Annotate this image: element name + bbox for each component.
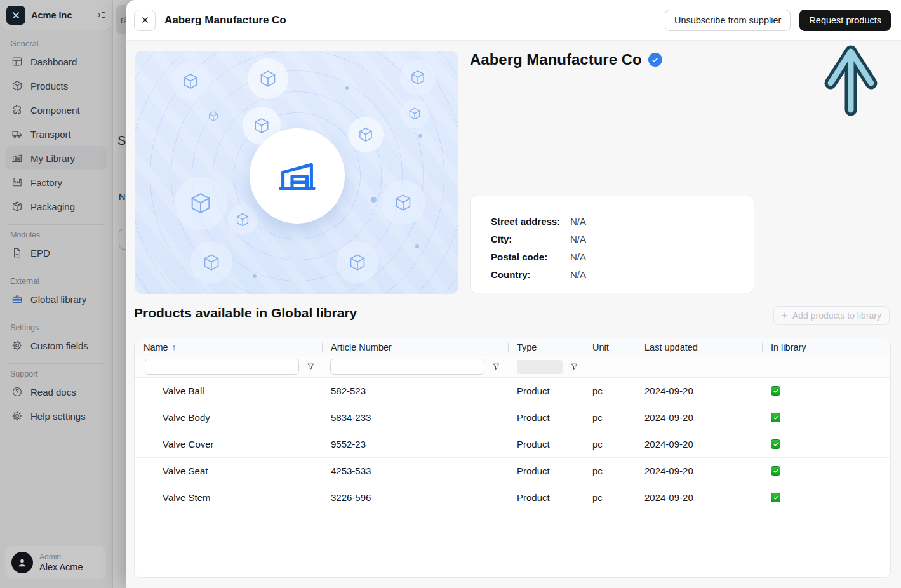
table-filter-row [135,356,890,378]
table-row[interactable]: Valve Ball 582-523 Product pc 2024-09-20 [135,378,890,404]
cell-unit: pc [584,385,636,396]
address-row: City: N/A [491,231,741,248]
column-label: Name [143,342,168,352]
cell-in-library [762,413,890,422]
cell-type: Product [508,412,584,423]
add-products-label: Add products to library [792,311,881,321]
close-button[interactable] [134,10,156,31]
address-value: N/A [570,248,586,266]
address-value: N/A [570,266,586,284]
cell-unit: pc [584,439,636,450]
modal-title: Aaberg Manufacture Co [164,14,656,27]
in-library-check-icon [771,439,780,449]
cell-in-library [762,439,890,449]
cell-type: Product [508,465,584,476]
funnel-icon [570,362,579,371]
column-header-unit[interactable]: Unit [584,342,636,352]
cell-name: Valve Ball [135,385,322,396]
cell-type: Product [508,492,584,503]
cell-name: Valve Seat [135,465,322,476]
cell-name: Valve Stem [135,492,322,503]
cell-unit: pc [584,465,636,476]
supplier-modal: Aaberg Manufacture Co Unsubscribe from s… [126,0,901,588]
column-label: Unit [592,342,609,352]
cube-icon [208,110,219,122]
modal-header: Aaberg Manufacture Co Unsubscribe from s… [126,0,901,41]
cell-name: Valve Body [135,412,322,423]
address-label: Country: [491,266,570,284]
table-row[interactable]: Valve Seat 4253-533 Product pc 2024-09-2… [135,458,890,484]
products-table: Name ↑ Article Number Type Unit Last upd… [134,338,891,578]
type-filter-button[interactable] [570,362,579,371]
column-header-name[interactable]: Name ↑ [135,342,322,352]
cube-icon [227,204,258,235]
in-library-check-icon [771,466,780,476]
products-section-heading: Products available in Global library [134,305,357,321]
article-filter-button[interactable] [491,362,501,371]
request-products-button[interactable]: Request products [799,10,891,31]
column-header-type[interactable]: Type [508,342,584,352]
name-filter-button[interactable] [306,362,316,371]
cell-unit: pc [584,492,636,503]
type-filter-select[interactable] [517,360,563,374]
column-header-in-library[interactable]: In library [762,342,890,352]
cube-icon [174,177,227,230]
name-filter-input[interactable] [145,359,299,375]
cell-in-library [762,493,890,502]
warehouse-icon [277,156,317,196]
cell-article: 9552-23 [322,439,508,450]
cell-updated: 2024-09-20 [636,492,762,503]
address-row: Country: N/A [491,266,741,284]
pointer-arrow-annotation [822,35,879,120]
address-row: Street address: N/A [491,213,741,231]
column-label: In library [771,342,806,352]
cube-icon [248,58,288,99]
address-card: Street address: N/A City: N/A Postal cod… [470,196,754,293]
add-products-to-library-button[interactable]: + Add products to library [773,306,890,325]
cell-in-library [762,466,890,476]
column-header-last-updated[interactable]: Last updated [636,342,762,352]
table-header-row: Name ↑ Article Number Type Unit Last upd… [135,338,890,356]
column-header-article-number[interactable]: Article Number [322,342,508,352]
cell-type: Product [508,439,584,450]
cell-updated: 2024-09-20 [636,385,762,396]
plus-icon: + [782,311,787,321]
in-library-check-icon [771,493,780,502]
cell-article: 4253-533 [322,465,508,476]
table-row[interactable]: Valve Body 5834-233 Product pc 2024-09-2… [135,404,890,431]
cube-icon [348,117,384,152]
cell-updated: 2024-09-20 [636,465,762,476]
cell-updated: 2024-09-20 [636,412,762,423]
article-number-filter-input[interactable] [330,359,484,375]
address-value: N/A [570,231,586,248]
table-row[interactable]: Valve Stem 3226-596 Product pc 2024-09-2… [135,484,890,511]
supplier-illustration [135,51,458,294]
cell-type: Product [508,385,584,396]
cell-article: 5834-233 [322,412,508,423]
column-label: Type [517,342,537,352]
company-name: Aaberg Manufacture Co [470,51,642,69]
address-label: Street address: [491,213,570,231]
unsubscribe-button[interactable]: Unsubscribe from supplier [665,10,791,31]
cube-icon [400,60,436,95]
cube-icon [171,62,210,100]
cube-icon [381,180,425,225]
cell-article: 582-523 [322,385,508,396]
column-label: Last updated [644,342,698,352]
supplier-hub-circle [250,128,345,224]
cell-unit: pc [584,412,636,423]
address-label: Postal code: [491,248,570,266]
cube-icon [337,241,378,283]
address-label: City: [491,231,570,248]
funnel-icon [306,362,316,371]
sort-ascending-icon: ↑ [172,342,177,352]
cube-icon [190,241,232,283]
close-icon [140,15,150,25]
column-label: Article Number [331,342,392,352]
cell-updated: 2024-09-20 [636,439,762,450]
cell-name: Valve Cover [135,439,322,450]
address-row: Postal code: N/A [491,248,741,266]
table-row[interactable]: Valve Cover 9552-23 Product pc 2024-09-2… [135,431,890,458]
address-value: N/A [570,213,586,231]
cell-article: 3226-596 [322,492,508,503]
